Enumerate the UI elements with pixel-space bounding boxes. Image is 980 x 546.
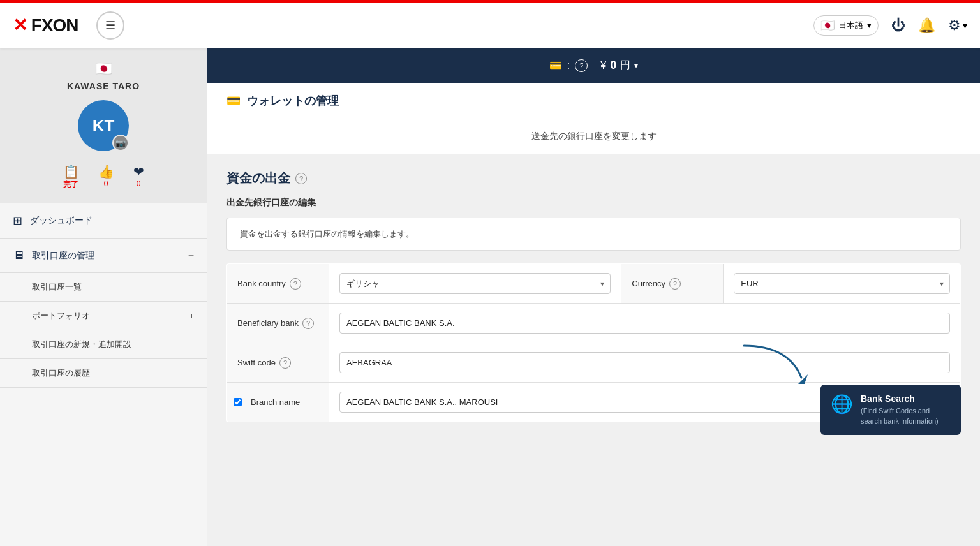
main-layout: 🇯🇵 KAWASE TARO KT 📷 📋 完了 👍 0 ❤ 0: [0, 48, 980, 546]
currency-select-wrap: EUR ▾: [734, 273, 950, 294]
page-title-bar: 💳 ウォレットの管理: [207, 83, 980, 119]
stat-completed: 📋 完了: [63, 164, 79, 190]
flag-icon: 🇯🇵: [820, 18, 835, 33]
power-icon[interactable]: ⏻: [891, 17, 905, 34]
sidebar-profile: 🇯🇵 KAWASE TARO KT 📷 📋 完了 👍 0 ❤ 0: [0, 48, 207, 203]
logo: ✕ FXON: [13, 15, 78, 36]
table-row-swift-code: Swift code ?: [227, 343, 961, 383]
main-content: 💳 : ? ¥ 0 円 ▾ 💳 ウォレットの管理 送金先の銀行口座を変更します …: [207, 48, 980, 546]
sub-section-heading: 出金先銀行口座の編集: [226, 197, 961, 209]
popup-title: Bank Search: [861, 394, 951, 404]
dashboard-icon: ⊞: [13, 214, 22, 228]
page-title: ウォレットの管理: [247, 93, 339, 108]
collapse-icon: −: [188, 250, 194, 262]
topbar: ✕ FXON ☰ 🇯🇵 日本語 ▾ ⏻ 🔔 ⚙ ▾: [0, 0, 980, 48]
beneficiary-bank-value-cell: [329, 304, 961, 343]
form-description-text: 資金を出金する銀行口座の情報を編集します。: [240, 229, 414, 239]
sidebar-item-dashboard[interactable]: ⊞ ダッシュボード: [0, 203, 207, 239]
popup-subtitle: (Find Swift Codes and search bank Inform…: [861, 406, 951, 426]
table-row-beneficiary-bank: Beneficiary bank ?: [227, 304, 961, 343]
table-row-bank-country-currency: Bank country ? ギリシャ ▾: [227, 264, 961, 304]
currency-select[interactable]: EUR: [734, 273, 950, 294]
sidebar-item-account-list[interactable]: 取引口座一覧: [0, 273, 207, 302]
portfolio-label: ポートフォリオ: [32, 310, 90, 321]
logo-fxon: FXON: [31, 15, 78, 35]
sidebar-item-account-history[interactable]: 取引口座の履歴: [0, 359, 207, 388]
balance-symbol: ¥: [600, 60, 606, 71]
section-help-icon[interactable]: ?: [295, 173, 307, 184]
form-description-box: 資金を出金する銀行口座の情報を編集します。: [226, 218, 961, 251]
camera-icon[interactable]: 📷: [112, 135, 129, 151]
swift-code-help-icon[interactable]: ?: [279, 357, 291, 369]
description-bar: 送金先の銀行口座を変更します: [207, 119, 980, 154]
bank-country-select-wrap: ギリシャ ▾: [339, 273, 611, 294]
swift-code-input[interactable]: [339, 352, 950, 373]
branch-name-label-cell: Branch name: [227, 383, 329, 422]
gear-chevron-icon: ▾: [963, 20, 967, 31]
sidebar: 🇯🇵 KAWASE TARO KT 📷 📋 完了 👍 0 ❤ 0: [0, 48, 207, 546]
beneficiary-bank-input[interactable]: [339, 313, 950, 334]
avatar-wrap: KT 📷: [78, 100, 129, 151]
bank-country-value-cell: ギリシャ ▾: [329, 264, 621, 304]
beneficiary-bank-label-cell: Beneficiary bank ?: [227, 304, 329, 343]
sidebar-item-label-dashboard: ダッシュボード: [30, 215, 93, 226]
swift-code-label: Swift code: [237, 358, 276, 367]
bell-icon[interactable]: 🔔: [918, 17, 935, 34]
page-title-icon: 💳: [226, 94, 241, 108]
profile-stats: 📋 完了 👍 0 ❤ 0: [13, 164, 194, 190]
logo-x: ✕: [13, 15, 27, 35]
section-title: 資金の出金: [226, 170, 290, 187]
stat-favorites-icon: ❤: [133, 164, 144, 179]
stat-likes-value: 0: [98, 179, 114, 188]
gear-icon[interactable]: ⚙: [948, 17, 961, 34]
sidebar-item-portfolio[interactable]: ポートフォリオ +: [0, 302, 207, 330]
hamburger-button[interactable]: ☰: [96, 11, 124, 40]
language-selector[interactable]: 🇯🇵 日本語 ▾: [813, 15, 879, 36]
branch-name-label: Branch name: [251, 397, 300, 407]
swift-code-value-cell: [329, 343, 961, 383]
sub-header-left: 💳 : ?: [549, 59, 588, 72]
popup-content: Bank Search (Find Swift Codes and search…: [861, 394, 951, 426]
stat-likes: 👍 0: [98, 164, 114, 190]
bank-country-label: Bank country: [237, 279, 286, 288]
stat-favorites: ❤ 0: [133, 164, 144, 190]
gear-menu[interactable]: ⚙ ▾: [948, 17, 967, 34]
profile-flag: 🇯🇵: [13, 61, 194, 77]
currency-label-cell: Currency ?: [621, 264, 724, 304]
currency-help-icon[interactable]: ?: [669, 278, 681, 290]
portfolio-expand-icon: +: [189, 311, 194, 321]
stat-completed-icon: 📋: [63, 164, 79, 179]
currency-value-cell: EUR ▾: [724, 264, 961, 304]
stat-completed-label: 完了: [63, 179, 79, 190]
wallet-sub-icon: 💳: [549, 59, 562, 71]
bank-country-label-cell: Bank country ?: [227, 264, 329, 304]
bank-search-popup-inner[interactable]: 🌐 Bank Search (Find Swift Codes and sear…: [820, 385, 961, 435]
bank-country-select[interactable]: ギリシャ: [339, 273, 611, 294]
profile-name: KAWASE TARO: [13, 81, 194, 91]
stat-favorites-value: 0: [133, 179, 144, 188]
bank-country-help-icon[interactable]: ?: [290, 278, 301, 290]
lang-label: 日本語: [838, 20, 863, 31]
logo-area: ✕ FXON ☰: [13, 11, 124, 40]
globe-icon: 🌐: [831, 394, 853, 415]
balance-unit: 円: [620, 59, 630, 72]
sidebar-item-new-account[interactable]: 取引口座の新規・追加開設: [0, 330, 207, 359]
balance-chevron-icon: ▾: [634, 61, 638, 70]
beneficiary-bank-help-icon[interactable]: ?: [302, 318, 314, 329]
sub-header-help-icon[interactable]: ?: [575, 59, 588, 72]
description-text: 送金先の銀行口座を変更します: [531, 131, 657, 141]
branch-name-checkbox[interactable]: [234, 398, 242, 406]
sub-header-balance[interactable]: ¥ 0 円 ▾: [600, 59, 638, 72]
sub-header: 💳 : ? ¥ 0 円 ▾: [207, 48, 980, 83]
section-heading: 資金の出金 ?: [226, 170, 961, 187]
currency-label: Currency: [632, 279, 665, 288]
section-content: 資金の出金 ? 出金先銀行口座の編集 資金を出金する銀行口座の情報を編集します。: [207, 154, 980, 438]
bank-search-popup[interactable]: 🌐 Bank Search (Find Swift Codes and sear…: [820, 385, 961, 435]
beneficiary-bank-label: Beneficiary bank: [237, 318, 299, 328]
sidebar-item-label-trading: 取引口座の管理: [32, 250, 94, 262]
form-area: Bank country ? ギリシャ ▾: [226, 263, 961, 422]
sidebar-item-trading-accounts[interactable]: 🖥 取引口座の管理 −: [0, 239, 207, 273]
curved-arrow: [738, 339, 814, 390]
sub-header-separator: :: [567, 60, 570, 71]
monitor-icon: 🖥: [13, 249, 24, 262]
